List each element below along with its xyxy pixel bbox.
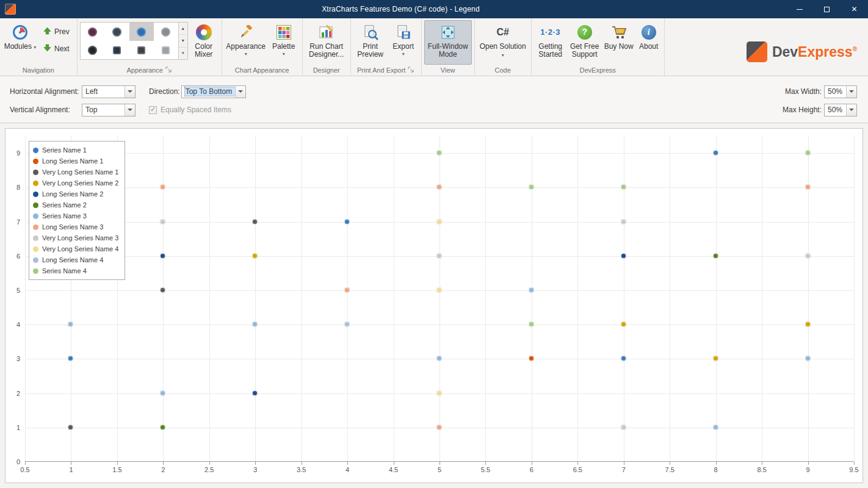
x-tick-mark bbox=[854, 462, 855, 465]
legend-item[interactable]: Series Name 1 bbox=[33, 145, 118, 156]
theme-gallery-item-2[interactable] bbox=[105, 23, 129, 41]
legend-item[interactable]: Very Long Series Name 3 bbox=[33, 232, 118, 243]
run-chart-designer-button[interactable]: Run Chart Designer... bbox=[305, 20, 348, 65]
vertical-gridline bbox=[854, 136, 855, 462]
legend-marker-icon bbox=[33, 214, 38, 219]
ribbon: Modules ▾ Prev Next Navigation bbox=[0, 18, 868, 76]
max-height-value: 50% bbox=[828, 106, 846, 114]
vertical-alignment-combobox[interactable]: Top bbox=[82, 104, 136, 117]
x-tick-mark bbox=[255, 462, 256, 465]
theme-gallery-item-4[interactable] bbox=[154, 23, 178, 41]
theme-gallery-item-3[interactable] bbox=[129, 23, 154, 41]
x-tick-mark bbox=[485, 462, 486, 465]
theme-gallery-item-6[interactable] bbox=[105, 41, 129, 59]
vertical-gridline bbox=[577, 136, 578, 462]
group-label-code: Code bbox=[495, 66, 511, 74]
combo-dropdown-button[interactable] bbox=[846, 104, 856, 116]
x-tick-mark bbox=[808, 462, 809, 465]
appearance-button[interactable]: Appearance ▾ bbox=[225, 20, 267, 65]
y-axis-label: 5 bbox=[16, 287, 20, 294]
chevron-down-icon bbox=[849, 90, 854, 93]
color-mixer-button[interactable]: Color Mixer bbox=[189, 20, 219, 65]
legend-item[interactable]: Series Name 3 bbox=[33, 210, 118, 221]
x-axis-label: 1 bbox=[69, 466, 73, 473]
x-axis-label: 6.5 bbox=[573, 466, 582, 473]
x-axis-label: 7.5 bbox=[665, 466, 675, 473]
equally-spaced-items-checkbox[interactable]: ✓ Equally Spaced Items bbox=[149, 106, 231, 114]
print-preview-button[interactable]: Print Preview bbox=[353, 20, 388, 65]
about-icon: i bbox=[642, 23, 656, 41]
close-button[interactable]: ✕ bbox=[841, 0, 868, 18]
export-button[interactable]: Export ▾ bbox=[388, 20, 419, 65]
about-button[interactable]: i About bbox=[636, 20, 662, 65]
max-height-label: Max Height: bbox=[780, 106, 822, 114]
max-width-value: 50% bbox=[828, 87, 846, 96]
legend-marker-icon bbox=[33, 268, 38, 274]
combo-dropdown-button[interactable] bbox=[125, 104, 135, 116]
chevron-down-icon bbox=[238, 90, 243, 93]
legend-item[interactable]: Long Series Name 2 bbox=[33, 188, 118, 199]
legend-item[interactable]: Long Series Name 4 bbox=[33, 254, 118, 265]
color-mixer-label: Color Mixer bbox=[189, 43, 219, 59]
data-point bbox=[160, 390, 165, 396]
buy-now-button[interactable]: Buy Now bbox=[602, 20, 635, 65]
vertical-gridline bbox=[716, 136, 717, 462]
minimize-button[interactable] bbox=[786, 0, 813, 18]
vertical-gridline bbox=[209, 136, 210, 462]
y-axis-label: 6 bbox=[16, 253, 20, 260]
theme-gallery: ▲ ▼ ▾ bbox=[80, 22, 188, 60]
legend-item[interactable]: Series Name 2 bbox=[33, 199, 118, 210]
chevron-down-icon bbox=[128, 109, 132, 111]
about-label: About bbox=[639, 43, 658, 51]
modules-label: Modules bbox=[4, 42, 32, 51]
data-point bbox=[436, 253, 442, 259]
maximize-icon bbox=[824, 7, 830, 12]
legend-item[interactable]: Very Long Series Name 2 bbox=[33, 178, 118, 188]
legend-item[interactable]: Series Name 4 bbox=[33, 265, 118, 276]
legend-label: Very Long Series Name 1 bbox=[42, 168, 118, 176]
gallery-down-button[interactable]: ▼ bbox=[179, 35, 187, 47]
horizontal-alignment-combobox[interactable]: Left bbox=[82, 85, 136, 98]
combo-dropdown-button[interactable] bbox=[125, 86, 135, 98]
open-solution-button[interactable]: C# Open Solution ▾ bbox=[477, 20, 529, 65]
max-width-combobox[interactable]: 50% bbox=[824, 85, 857, 98]
ribbon-group-chart-appearance: Appearance ▾ Palette ▾ Chart Appearance bbox=[222, 18, 303, 76]
legend-item[interactable]: Very Long Series Name 1 bbox=[33, 167, 118, 178]
vertical-gridline bbox=[347, 136, 348, 462]
next-button[interactable]: Next bbox=[38, 41, 74, 56]
legend-item[interactable]: Very Long Series Name 4 bbox=[33, 243, 118, 254]
data-point bbox=[713, 356, 718, 361]
y-axis-label: 3 bbox=[16, 355, 20, 362]
print-dialog-launcher-icon[interactable] bbox=[408, 66, 414, 73]
data-point bbox=[436, 150, 442, 156]
combo-dropdown-button[interactable] bbox=[846, 86, 856, 98]
x-tick-mark bbox=[163, 462, 164, 465]
data-point bbox=[436, 425, 442, 430]
legend-item[interactable]: Long Series Name 3 bbox=[33, 221, 118, 232]
full-window-mode-button[interactable]: Full-Window Mode bbox=[424, 20, 472, 65]
palette-button[interactable]: Palette ▾ bbox=[268, 20, 300, 65]
data-point bbox=[621, 184, 626, 190]
theme-gallery-item-5[interactable] bbox=[81, 41, 105, 59]
gallery-dropdown-button[interactable]: ▾ bbox=[179, 48, 187, 59]
max-width-label: Max Width: bbox=[780, 87, 822, 96]
modules-button[interactable]: Modules ▾ bbox=[2, 20, 38, 65]
data-point bbox=[160, 184, 165, 190]
theme-gallery-item-8[interactable] bbox=[154, 41, 178, 59]
theme-gallery-item-7[interactable] bbox=[129, 41, 154, 59]
dropdown-icon: ▾ bbox=[502, 52, 504, 58]
y-axis-label: 7 bbox=[16, 218, 20, 226]
getting-started-button[interactable]: 1·2·3 Getting Started bbox=[534, 20, 567, 65]
theme-gallery-item-1[interactable] bbox=[81, 23, 105, 41]
direction-combobox[interactable]: Top To Bottom bbox=[181, 85, 246, 98]
gallery-up-button[interactable]: ▲ bbox=[179, 23, 187, 35]
data-point bbox=[805, 356, 811, 361]
x-axis-label: 5.5 bbox=[481, 466, 490, 473]
combo-dropdown-button[interactable] bbox=[235, 86, 245, 98]
legend-item[interactable]: Long Series Name 1 bbox=[33, 156, 118, 167]
maximize-button[interactable] bbox=[813, 0, 841, 18]
max-height-combobox[interactable]: 50% bbox=[824, 104, 857, 117]
get-free-support-button[interactable]: ? Get Free Support bbox=[568, 20, 602, 65]
appearance-dialog-launcher-icon[interactable] bbox=[165, 66, 172, 73]
prev-button[interactable]: Prev bbox=[38, 24, 74, 39]
